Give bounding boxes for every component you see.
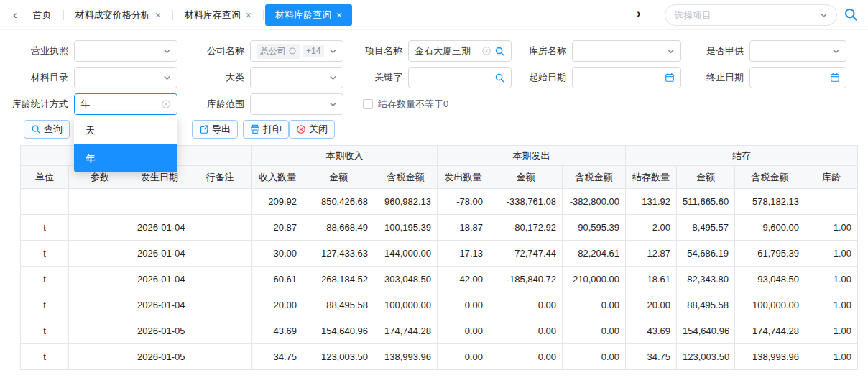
search-icon (31, 124, 41, 134)
table-cell: 1.00 (805, 215, 858, 241)
company-name-label: 公司名称 (177, 45, 244, 57)
tabs-scroll-right-icon[interactable]: › (631, 6, 647, 21)
table-cell (805, 189, 858, 215)
print-button[interactable]: 打印 (243, 120, 289, 139)
big-category-select[interactable] (250, 67, 343, 88)
checkbox-icon[interactable] (363, 99, 373, 109)
material-catalog-label: 材料目录 (0, 71, 68, 84)
end-date-label: 终止日期 (681, 71, 744, 84)
table-row[interactable]: 209.92850,426.68960,982.13-78.00-338,761… (21, 189, 858, 215)
project-name-input[interactable] (408, 40, 512, 62)
column-header: 结存数量 (626, 166, 677, 189)
end-date-picker[interactable] (749, 67, 846, 88)
aging-range-select[interactable] (250, 93, 343, 115)
end-date-value[interactable] (756, 73, 827, 83)
table-cell: 960,982.13 (374, 189, 438, 215)
material-catalog-select[interactable] (74, 67, 177, 88)
close-icon[interactable]: × (246, 10, 251, 20)
table-row[interactable]: t2026-01-0420.8788,668.49100,195.39-18.8… (21, 215, 858, 241)
clear-icon[interactable] (161, 99, 171, 109)
table-cell: -382,800.00 (563, 189, 626, 215)
company-name-select[interactable]: 总公司 +14 (250, 40, 343, 62)
table-cell: t (21, 267, 69, 292)
table-row[interactable]: t2026-01-0420.0088,495.58100,000.000.000… (21, 292, 858, 318)
table-cell: 0.00 (438, 292, 489, 318)
table-cell: t (21, 215, 69, 241)
query-button[interactable]: 查询 (24, 120, 70, 139)
search-icon[interactable] (494, 73, 505, 83)
table-cell: 20.00 (252, 292, 303, 318)
owner-supplied-select[interactable] (749, 40, 846, 62)
table-cell: 154,640.96 (677, 318, 735, 344)
table-cell: 43.69 (252, 318, 303, 344)
clear-icon[interactable] (481, 46, 491, 56)
chevron-down-icon (329, 47, 337, 55)
column-header: 含税金额 (374, 166, 438, 189)
aging-method-input[interactable] (74, 93, 177, 115)
tabs-scroll-left-icon[interactable]: ‹ (7, 8, 23, 22)
table-cell: -90,595.39 (563, 215, 626, 241)
close-icon[interactable]: × (155, 10, 161, 20)
project-select[interactable] (665, 4, 837, 26)
table-cell (69, 267, 131, 292)
tab-label: 材料成交价格分析 (75, 9, 150, 22)
print-button-label: 打印 (263, 123, 282, 136)
table-cell: 2026-01-04 (131, 241, 188, 267)
table-cell: 2026-01-04 (131, 292, 188, 318)
chevron-down-icon (329, 74, 337, 82)
keyword-input[interactable] (408, 67, 512, 88)
table-cell: 2.00 (626, 215, 677, 241)
column-group-header: 本期发出 (438, 146, 626, 166)
search-icon[interactable] (844, 7, 858, 22)
table-cell: 127,433.63 (303, 241, 374, 267)
project-name-value[interactable] (415, 46, 479, 57)
table-cell: 303,048.50 (374, 267, 438, 292)
table-cell: 0.00 (438, 344, 489, 370)
project-select-input[interactable] (674, 10, 820, 21)
tab-aging-query[interactable]: 材料库龄查询 × (265, 4, 352, 26)
export-button[interactable]: 导出 (192, 120, 238, 139)
tab-label: 材料库存查询 (185, 9, 241, 22)
table-cell: 154,640.96 (303, 318, 374, 344)
start-date-picker[interactable] (572, 67, 681, 88)
chevron-down-icon (163, 47, 171, 55)
search-icon[interactable] (494, 46, 505, 57)
aging-method-value[interactable] (80, 99, 158, 110)
tab-price-analysis[interactable]: 材料成交价格分析 × (65, 4, 171, 26)
start-date-value[interactable] (578, 73, 662, 83)
table-cell: 8,495.57 (677, 215, 735, 241)
aging-table: 本期收入本期发出结存 单位参数发生日期行备注收入数量金额含税金额发出数量金额含税… (20, 145, 858, 370)
warehouse-name-label: 库房名称 (512, 45, 566, 57)
table-row[interactable]: t2026-01-0460.61268,184.52303,048.50-42.… (21, 267, 858, 292)
export-button-label: 导出 (212, 123, 231, 136)
column-group-header: 本期收入 (252, 146, 438, 166)
aging-method-label: 库龄统计方式 (0, 98, 68, 111)
close-icon[interactable]: × (336, 10, 342, 20)
dropdown-option[interactable]: 年 (74, 144, 177, 172)
table-cell (69, 241, 131, 267)
tag-remove-icon[interactable] (289, 47, 296, 55)
table-row[interactable]: t2026-01-0543.69154,640.96174,744.280.00… (21, 318, 858, 344)
table-cell (69, 189, 131, 215)
column-header: 发出数量 (438, 166, 489, 189)
tab-stock-query[interactable]: 材料库存查询 × (175, 4, 262, 26)
business-license-label: 营业执照 (0, 45, 68, 57)
tab-home[interactable]: 首页 (23, 4, 62, 26)
column-header: 库龄 (805, 166, 858, 189)
column-header: 含税金额 (563, 166, 626, 189)
table-cell: 54,686.19 (677, 241, 735, 267)
table-row[interactable]: t2026-01-0430.00127,433.63144,000.00-17.… (21, 241, 858, 267)
filter-row-1: 营业执照 公司名称 总公司 +14 项目名称 (0, 40, 868, 62)
dropdown-option[interactable]: 天 (74, 116, 177, 144)
warehouse-name-select[interactable] (572, 40, 681, 62)
printer-icon (250, 124, 260, 134)
keyword-value[interactable] (415, 73, 491, 83)
table-cell: -210,000.00 (563, 267, 626, 292)
table-row[interactable]: t2026-01-0534.75123,003.50138,993.960.00… (21, 344, 858, 370)
business-license-select[interactable] (74, 40, 177, 62)
table-body: 209.92850,426.68960,982.13-78.00-338,761… (21, 189, 858, 370)
nonzero-balance-checkbox[interactable]: 结存数量不等于0 (363, 98, 448, 111)
start-date-label: 起始日期 (512, 71, 566, 84)
column-header: 含税金额 (735, 166, 805, 189)
close-button[interactable]: 关闭 (289, 120, 335, 139)
